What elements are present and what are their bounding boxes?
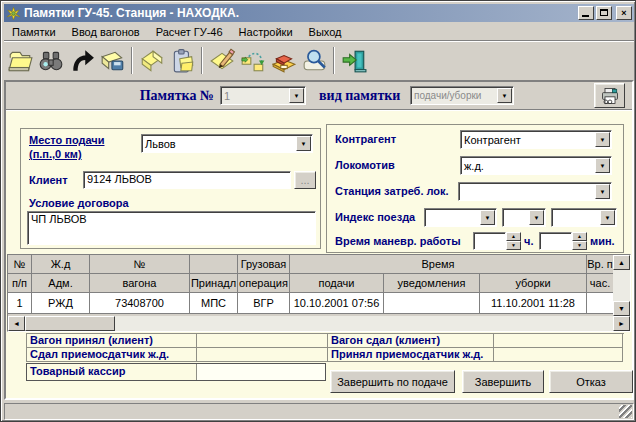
contractor-label: Контрагент [335, 133, 396, 145]
chevron-down-icon[interactable]: ▼ [296, 136, 311, 151]
chevron-down-icon[interactable]: ▼ [529, 210, 544, 225]
menu-settings[interactable]: Настройки [231, 25, 301, 39]
exit-door-icon [340, 48, 368, 74]
toolbar [4, 43, 634, 78]
memo-kind-label: вид памятки [319, 88, 400, 104]
memo-number-label: Памятка № [126, 88, 214, 104]
contractor-group: Контрагент Контрагент ▼ Локомотив ж.д. ▼… [326, 124, 624, 253]
printer-icon [599, 86, 621, 106]
memo-kind-combo[interactable]: подачи/уборки ▼ [410, 86, 514, 105]
route-button[interactable] [237, 45, 268, 76]
spin-down-icon[interactable]: ▼ [572, 241, 587, 250]
chevron-down-icon[interactable]: ▼ [595, 158, 610, 173]
view-doc-button[interactable] [299, 45, 330, 76]
save-memo-icon [99, 48, 127, 74]
station-combo[interactable]: ▼ [458, 182, 612, 201]
menu-memos[interactable]: Памятки [4, 25, 64, 39]
menu-exit[interactable]: Выход [301, 25, 350, 39]
maximize-button[interactable] [596, 6, 612, 20]
wagon-table: № Ж.д № Грузовая Время Вр. п п/п Адм. ва… [7, 254, 631, 332]
close-button[interactable]: × [616, 6, 632, 20]
place-combo[interactable]: Львов ▼ [141, 134, 313, 153]
hours-unit-label: ч. [524, 235, 533, 247]
save-memo-button[interactable] [97, 45, 128, 76]
client-input[interactable]: 9124 ЛЬВОВ [83, 171, 291, 189]
spin-down-icon[interactable]: ▼ [506, 241, 521, 250]
cancel-button[interactable]: Отказ [549, 370, 633, 393]
new-memo-button[interactable] [136, 45, 167, 76]
minimize-button[interactable] [578, 6, 594, 20]
maneuver-minutes-spinner[interactable]: ▲ ▼ [572, 232, 587, 250]
menu-bar: Памятки Ввод вагонов Расчет ГУ-46 Настро… [4, 23, 634, 41]
horizontal-scroll-thumb[interactable] [25, 316, 115, 331]
train-index-combo-1[interactable]: ▼ [424, 208, 497, 227]
table-vertical-scrollbar[interactable]: ▲ ▼ [613, 255, 630, 316]
contract-label: Условие договора [29, 197, 129, 209]
contract-textarea[interactable]: ЧП ЛЬВОВ [27, 211, 316, 245]
finish-by-delivery-button[interactable]: Завершить по подаче [330, 370, 455, 393]
minutes-unit-label: мин. [590, 235, 615, 247]
spin-up-icon[interactable]: ▲ [572, 232, 587, 241]
journal-icon [270, 48, 298, 74]
forward-button[interactable] [66, 45, 97, 76]
edit-memo-icon [208, 48, 236, 74]
resize-grip[interactable] [619, 405, 632, 418]
signature-grid: Вагон принял (клиент) Вагон сдал (клиент… [26, 333, 624, 362]
delivery-group: Место подачи (п.п.,0 км) Львов ▼ Клиент … [20, 128, 321, 249]
locomotive-combo[interactable]: ж.д. ▼ [460, 156, 612, 175]
new-memo-icon [138, 48, 166, 74]
chevron-down-icon[interactable]: ▼ [595, 132, 610, 147]
received-client-value[interactable] [197, 334, 328, 348]
main-panel: Памятка № 1 ▼ вид памятки подачи/уборки … [4, 80, 634, 400]
open-folder-button[interactable] [4, 45, 35, 76]
scroll-up-icon[interactable]: ▲ [613, 255, 630, 270]
memo-number-combo[interactable]: 1 ▼ [220, 86, 306, 105]
window-title: Памятки ГУ-45. Станция - НАХОДКА. [24, 4, 576, 22]
forward-arrow-icon [68, 48, 96, 74]
received-railway-label: Принял приемосдатчик ж.д. [328, 348, 494, 362]
client-browse-button[interactable]: ... [294, 171, 316, 189]
title-bar: Памятки ГУ-45. Станция - НАХОДКА. × [4, 4, 634, 22]
chevron-down-icon[interactable]: ▼ [480, 210, 495, 225]
print-memo-button[interactable] [594, 83, 625, 108]
contractor-combo[interactable]: Контрагент ▼ [460, 130, 612, 149]
scroll-down-icon[interactable]: ▼ [613, 301, 630, 316]
toolbar-separator [131, 47, 133, 74]
open-folder-icon [6, 48, 34, 74]
cashier-input[interactable] [197, 364, 325, 380]
maneuver-minutes-input[interactable] [539, 232, 572, 250]
train-index-combo-2[interactable]: ▼ [502, 208, 546, 227]
menu-gu46-calc[interactable]: Расчет ГУ-46 [148, 25, 231, 39]
find-button[interactable] [35, 45, 66, 76]
chevron-down-icon[interactable]: ▼ [600, 210, 615, 225]
exit-button[interactable] [338, 45, 369, 76]
scroll-left-icon[interactable]: ◄ [8, 316, 25, 331]
maximize-icon [600, 9, 608, 16]
notes-clipboard-button[interactable] [167, 45, 198, 76]
scroll-right-icon[interactable]: ► [613, 316, 630, 331]
finish-button[interactable]: Завершить [462, 370, 544, 393]
train-index-label: Индекс поезда [335, 211, 415, 223]
spin-up-icon[interactable]: ▲ [506, 232, 521, 241]
train-index-combo-3[interactable]: ▼ [551, 208, 617, 227]
handed-railway-label: Сдал приемосдатчик ж.д. [27, 348, 197, 362]
table-horizontal-scrollbar[interactable]: ◄ ► [8, 316, 630, 331]
chevron-down-icon[interactable]: ▼ [595, 184, 610, 199]
notes-clipboard-icon [169, 48, 197, 74]
handed-client-value[interactable] [494, 334, 623, 348]
maneuver-hours-input[interactable] [473, 232, 506, 250]
chevron-down-icon[interactable]: ▼ [289, 88, 304, 103]
received-client-label: Вагон принял (клиент) [27, 334, 197, 348]
handed-railway-value[interactable] [197, 348, 328, 362]
received-railway-value[interactable] [494, 348, 623, 362]
toolbar-separator [201, 47, 203, 74]
table-row[interactable]: 1 РЖД 73408700 МПС ВГР 10.10.2001 07:56 … [8, 293, 613, 314]
edit-memo-button[interactable] [206, 45, 237, 76]
memo-header-band: Памятка № 1 ▼ вид памятки подачи/уборки … [6, 82, 632, 110]
station-label: Станция затреб. лок. [335, 185, 449, 197]
journal-button[interactable] [268, 45, 299, 76]
chevron-down-icon[interactable]: ▼ [497, 88, 512, 103]
maneuver-hours-spinner[interactable]: ▲ ▼ [506, 232, 521, 250]
handed-client-label: Вагон сдал (клиент) [328, 334, 494, 348]
menu-wagon-entry[interactable]: Ввод вагонов [64, 25, 148, 39]
